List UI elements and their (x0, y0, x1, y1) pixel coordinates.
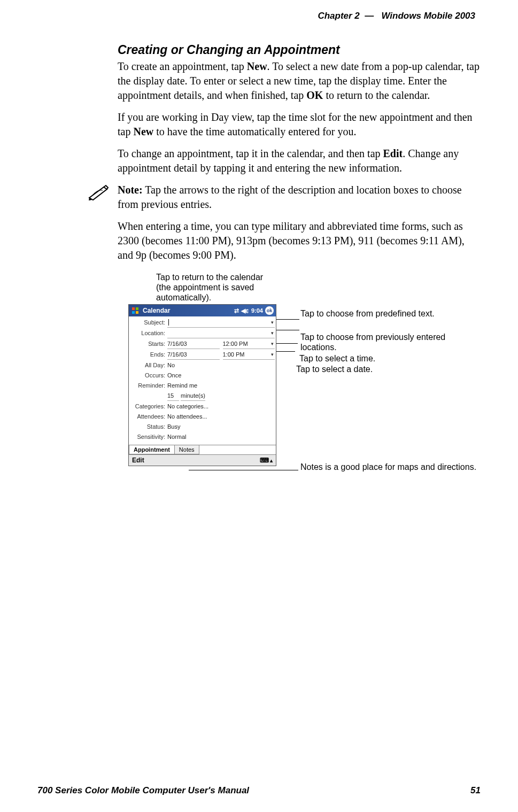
keyboard-icon[interactable]: ⌨ (260, 457, 269, 464)
pda-menubar: Edit ⌨ ▴ (129, 454, 276, 466)
note-text: Note: Tap the arrows to the right of the… (118, 183, 481, 212)
manual-title: 700 Series Color Mobile Computer User's … (37, 785, 249, 796)
figure-appointment-screen: Tap to return to the calendar (the appoi… (128, 272, 481, 497)
header-dash: — (365, 11, 374, 21)
svg-rect-3 (136, 311, 138, 314)
label-subject: Subject: (130, 318, 167, 328)
starts-row: 7/16/03 12:00 PM▾ (167, 339, 275, 349)
svg-rect-0 (132, 307, 135, 310)
chapter-label: Chapter 2 (318, 11, 359, 21)
callout-locations: Tap to choose from previously entered lo… (300, 332, 481, 352)
label-categories: Categories: (130, 401, 167, 411)
subject-dropdown-icon[interactable]: ▾ (271, 318, 275, 327)
label-allday: All Day: (130, 360, 167, 370)
subject-field[interactable]: ▾ (167, 318, 275, 328)
ends-row: 7/16/03 1:00 PM▾ (167, 350, 275, 360)
para-3: To change an appointment, tap it in the … (118, 146, 481, 175)
occurs-field[interactable]: Once (167, 370, 275, 380)
svg-rect-1 (136, 307, 138, 310)
label-reminder: Reminder: (130, 381, 167, 390)
page-number: 51 (470, 785, 481, 796)
sensitivity-field[interactable]: Normal (167, 432, 275, 442)
end-time-field[interactable]: 1:00 PM▾ (223, 350, 275, 360)
para-1: To create an appointment, tap New. To se… (118, 59, 481, 103)
tab-appointment[interactable]: Appointment (129, 445, 175, 454)
label-sensitivity: Sensitivity: (130, 432, 167, 442)
reminder-field[interactable]: Remind me (167, 381, 275, 390)
location-field[interactable]: ▾ (167, 328, 275, 338)
allday-field[interactable]: No (167, 360, 275, 370)
categories-field[interactable]: No categories... (167, 401, 275, 411)
running-footer: 700 Series Color Mobile Computer User's … (37, 785, 481, 796)
start-icon[interactable] (131, 306, 140, 315)
callout-date: Tap to select a date. (296, 364, 373, 374)
tab-strip: Appointment Notes (129, 445, 276, 454)
callout-return: Tap to return to the calendar (the appoi… (156, 272, 279, 303)
note-block: Note: Tap the arrows to the right of the… (88, 183, 481, 212)
label-status: Status: (130, 422, 167, 431)
label-ends: Ends: (130, 350, 167, 360)
callout-time: Tap to select a time. (299, 353, 375, 364)
clock-text: 9:04 (251, 307, 263, 314)
reminder-detail[interactable]: 15 minute(s) (167, 391, 275, 401)
pda-title: Calendar (143, 307, 170, 314)
label-attendees: Attendees: (130, 412, 167, 421)
book-section: Windows Mobile 2003 (381, 11, 475, 21)
speaker-icon: ◀ϵ (241, 307, 249, 314)
connectivity-icon: ⇄ (234, 307, 239, 314)
ok-button[interactable]: ok (265, 306, 274, 315)
location-dropdown-icon[interactable]: ▾ (271, 328, 275, 338)
callout-predefined: Tap to choose from predefined text. (300, 308, 435, 319)
start-date-field[interactable]: 7/16/03 (167, 339, 220, 349)
label-occurs: Occurs: (130, 370, 167, 380)
para-4: When entering a time, you can type milit… (118, 219, 481, 262)
pda-screenshot: Calendar ⇄ ◀ϵ 9:04 ok Subject: ▾ Locatio… (128, 304, 276, 466)
section-title: Creating or Changing an Appointment (118, 43, 481, 57)
start-time-dropdown-icon[interactable]: ▾ (271, 339, 275, 349)
callout-notes: Notes is a good place for maps and direc… (300, 462, 476, 472)
edit-menu[interactable]: Edit (132, 457, 144, 464)
attendees-field[interactable]: No attendees... (167, 412, 275, 421)
pda-titlebar: Calendar ⇄ ◀ϵ 9:04 ok (129, 305, 276, 316)
running-header: Chapter 2 — Windows Mobile 2003 (53, 11, 481, 21)
start-time-field[interactable]: 12:00 PM▾ (223, 339, 275, 349)
svg-rect-2 (132, 311, 135, 314)
label-location: Location: (130, 328, 167, 338)
label-starts: Starts: (130, 339, 167, 349)
note-icon (88, 184, 110, 201)
tab-notes[interactable]: Notes (174, 445, 199, 454)
para-2: If you are working in Day view, tap the … (118, 110, 481, 139)
status-field[interactable]: Busy (167, 422, 275, 431)
end-date-field[interactable]: 7/16/03 (167, 350, 220, 360)
end-time-dropdown-icon[interactable]: ▾ (271, 350, 275, 359)
sip-up-icon[interactable]: ▴ (270, 458, 273, 463)
leader-line (189, 470, 298, 470)
